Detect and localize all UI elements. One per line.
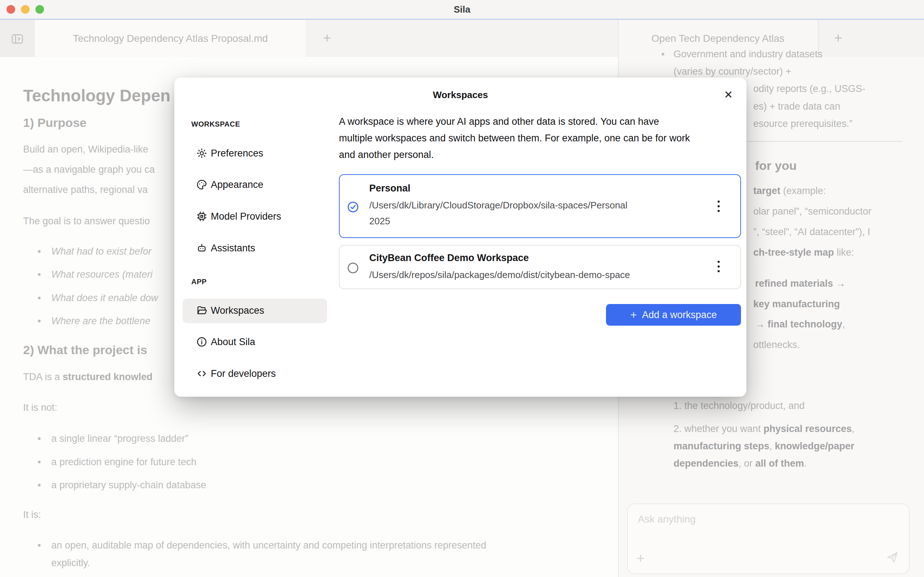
sidebar-toggle-strip bbox=[0, 20, 35, 57]
chat-line: target (example: bbox=[753, 185, 826, 197]
nav-item-label: Preferences bbox=[211, 148, 263, 159]
doc-heading-what: 2) What the project is bbox=[23, 343, 147, 357]
chat-line: odity reports (e.g., USGS- bbox=[753, 83, 866, 95]
radio-unselected-icon[interactable] bbox=[347, 262, 359, 274]
gear-icon bbox=[196, 148, 208, 159]
doc-heading-purpose: 1) Purpose bbox=[23, 116, 87, 130]
workspace-path: /Users/dk/Library/CloudStorage/Dropbox/s… bbox=[369, 200, 627, 211]
nav-item-for-developers[interactable]: For developers bbox=[191, 366, 327, 382]
doc-bullet: an open, auditable map of dependencies, … bbox=[37, 540, 486, 551]
chat-heading: for you bbox=[755, 159, 796, 173]
dialog-title: Workspaces bbox=[174, 89, 746, 101]
nav-item-about-sila[interactable]: About Sila bbox=[191, 334, 327, 350]
kebab-menu-icon[interactable] bbox=[717, 200, 720, 214]
palette-icon bbox=[196, 179, 208, 190]
doc-bullet: What resources (materi bbox=[37, 269, 153, 280]
add-workspace-label: Add a workspace bbox=[642, 309, 717, 321]
doc-bullet: a proprietary supply-chain database bbox=[37, 480, 206, 491]
workspaces-dialog: Workspaces ✕ WORKSPACE Preferences Appea… bbox=[174, 77, 746, 397]
tab-document[interactable]: Technology Dependency Atlas Proposal.md bbox=[35, 20, 306, 57]
nav-item-workspaces[interactable]: Workspaces bbox=[191, 303, 327, 319]
chat-composer[interactable]: Ask anything + bbox=[627, 503, 909, 574]
close-icon[interactable]: ✕ bbox=[721, 88, 736, 102]
doc-paragraph: It is: bbox=[23, 509, 41, 521]
chat-line: olar panel”, “semiconductor bbox=[753, 206, 871, 217]
chat-numbered-item: 1. the technology/product, and bbox=[674, 400, 804, 411]
radio-selected-icon[interactable] bbox=[347, 201, 359, 213]
chat-line: → final technology, bbox=[755, 319, 845, 330]
nav-item-label: Workspaces bbox=[211, 305, 264, 316]
chat-line: ottlenecks. bbox=[753, 339, 800, 351]
chat-line: ”, “steel”, “AI datacenter”), I bbox=[753, 226, 870, 238]
chat-input-placeholder[interactable]: Ask anything bbox=[638, 514, 696, 525]
doc-paragraph: explicitly. bbox=[51, 558, 90, 569]
dialog-description: multiple workspaces and switch between t… bbox=[339, 133, 690, 144]
nav-item-label: Assistants bbox=[211, 243, 255, 254]
nav-item-model-providers[interactable]: Model Providers bbox=[191, 209, 327, 225]
chat-numbered-item: 2. whether you want physical resources, bbox=[674, 423, 855, 435]
doc-paragraph: TDA is a structured knowled bbox=[23, 371, 153, 383]
tab-document-title: Technology Dependency Atlas Proposal.md bbox=[35, 20, 306, 57]
dialog-description: and another personal. bbox=[339, 149, 434, 161]
folder-open-icon bbox=[196, 305, 208, 316]
doc-paragraph: alternative paths, regional va bbox=[23, 184, 148, 195]
nav-item-assistants[interactable]: Assistants bbox=[191, 240, 327, 256]
nav-section-app: APP bbox=[191, 278, 207, 286]
doc-bullet: a single linear “progress ladder” bbox=[37, 433, 188, 444]
chat-numbered-item: dependencies, or all of them. bbox=[674, 458, 807, 469]
doc-paragraph: —as a navigable graph you ca bbox=[23, 164, 155, 175]
app-window: Sila Technology Dependency Atlas Proposa… bbox=[0, 0, 924, 577]
doc-bullet: What had to exist befor bbox=[37, 246, 152, 257]
chat-line: (varies by country/sector) + bbox=[674, 66, 791, 77]
doc-bullet: What does it enable dow bbox=[37, 292, 158, 304]
nav-item-label: For developers bbox=[211, 368, 276, 379]
nav-item-label: Appearance bbox=[211, 179, 263, 190]
sidebar-toggle-icon[interactable] bbox=[10, 32, 24, 46]
nav-item-label: About Sila bbox=[211, 337, 255, 348]
send-icon[interactable] bbox=[885, 550, 900, 565]
chat-line: es) + trade data can bbox=[753, 101, 840, 112]
new-tab-button-left[interactable]: + bbox=[317, 20, 337, 56]
chip-icon bbox=[196, 211, 208, 222]
nav-item-label: Model Providers bbox=[211, 211, 281, 222]
doc-paragraph: It is not: bbox=[23, 402, 57, 413]
robot-icon bbox=[196, 242, 208, 254]
info-icon bbox=[196, 336, 208, 348]
nav-item-preferences[interactable]: Preferences bbox=[191, 146, 327, 161]
kebab-menu-icon[interactable] bbox=[717, 261, 720, 275]
workspace-card-personal[interactable]: Personal /Users/dk/Library/CloudStorage/… bbox=[339, 174, 741, 238]
window-title: Sila bbox=[0, 0, 924, 19]
chat-line: ch-tree-style map like: bbox=[753, 247, 854, 258]
workspace-path: 2025 bbox=[369, 216, 390, 227]
chat-numbered-item: manufacturing steps, knowledge/paper bbox=[674, 441, 855, 452]
attach-plus-icon[interactable]: + bbox=[636, 551, 645, 566]
doc-bullet: a prediction engine for future tech bbox=[37, 456, 196, 468]
workspace-name: CityBean Coffee Demo Workspace bbox=[369, 253, 529, 264]
workspace-path: /Users/dk/repos/sila/packages/demo/dist/… bbox=[369, 269, 630, 280]
chat-line: refined materials → bbox=[755, 278, 846, 289]
chat-line: esource prerequisites.” bbox=[753, 118, 853, 129]
nav-item-appearance[interactable]: Appearance bbox=[191, 177, 327, 193]
plus-icon: + bbox=[630, 309, 637, 321]
chat-line: key manufacturing bbox=[753, 298, 840, 310]
code-icon bbox=[196, 368, 208, 379]
add-workspace-button[interactable]: + Add a workspace bbox=[606, 304, 741, 326]
chat-bullet: Government and industry datasets bbox=[661, 49, 822, 60]
doc-bullet: Where are the bottlene bbox=[37, 316, 150, 327]
workspace-name: Personal bbox=[369, 183, 410, 194]
titlebar: Sila bbox=[0, 0, 924, 19]
dialog-description: A workspace is where your AI apps and ot… bbox=[339, 116, 659, 127]
doc-paragraph: Build an open, Wikipedia-like bbox=[23, 144, 149, 155]
doc-heading-1: Technology Depen bbox=[23, 86, 170, 105]
doc-paragraph: The goal is to answer questio bbox=[23, 216, 150, 227]
nav-section-workspace: WORKSPACE bbox=[191, 120, 240, 128]
workspace-card-citybean[interactable]: CityBean Coffee Demo Workspace /Users/dk… bbox=[339, 245, 741, 289]
new-tab-button-right[interactable]: + bbox=[828, 20, 848, 56]
